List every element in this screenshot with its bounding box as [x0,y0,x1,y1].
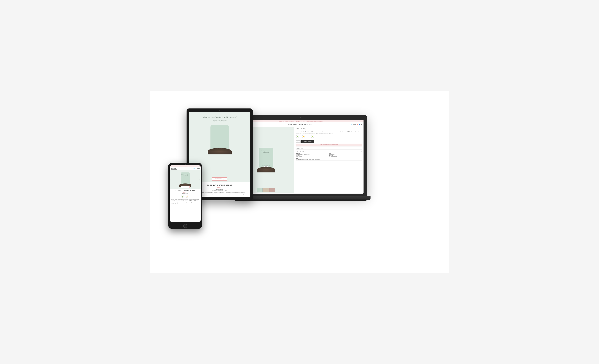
laptop-badge-vegan: 🌱 VEGAN & CRUELTY FREE [308,135,317,139]
laptop-nav: frank | body SHOP READ ABOUT HOTEL PINK … [238,122,363,127]
laptop-thumb-3[interactable] [269,188,275,192]
tablet-prev-arrow[interactable]: ‹ [191,146,192,149]
laptop-next-arrow[interactable]: › [293,159,293,161]
laptop-inside-me-chevron: ∨ [361,147,362,149]
phone-menu-icon[interactable]: ☰ [198,168,200,170]
laptop-smell-value: Coconut truffle [329,154,362,155]
phone-nav: frank | body 🔍 🛍 ☰ [170,167,201,170]
scene: "Glowing vacation skin is inside this ba… [150,91,449,273]
laptop-camera [300,117,301,118]
phone-nut-free-label: NUT FREE [181,198,184,199]
laptop-coffee-heap [257,167,275,173]
phone-prev-arrow[interactable]: ‹ [170,179,171,181]
laptop-how-to-use-content: Skin Type Normal & sensitive. You sweet … [296,152,362,160]
laptop-nav-read[interactable]: READ [293,124,297,125]
laptop-size-label: ×200 g [303,128,306,130]
laptop-bag-logo: frank | body [264,166,268,167]
laptop-location-icon[interactable]: 📍 [357,124,358,125]
laptop-base-bottom [234,199,367,201]
laptop-inside-me-label: INSIDE ME [296,148,303,149]
laptop-how-much-item: How much 1-2 handfuls per use [329,155,362,157]
laptop-product-price: $18.95 AUD ×200 g [296,128,362,130]
laptop-free-shipping-banner: FREE SHIPPING ON ORDERS OVER $35 [296,144,362,146]
laptop-banner: FREE SHIPPING ON ORDERS OVER $35 | AFTER… [238,120,363,122]
phone-firms-label: FIRMS & TONES [185,198,189,199]
phone-home-button[interactable] [183,224,187,228]
laptop-how-to-use-chevron: ∧ [361,150,362,152]
laptop-badge-firms: ✋ FIRMS & TONES [301,135,307,139]
laptop-how-to-use-label: HOW TO USE ME [296,151,307,152]
laptop-vegan-icon: 🌱 [311,135,314,138]
laptop-price-value: $18.95 AUD [296,128,302,130]
phone-nav-icons: 🔍 🛍 ☰ [194,168,200,170]
laptop-nav-links: SHOP READ ABOUT HOTEL PINK [288,124,312,125]
laptop-skin-type-item: Skin Type Normal & sensitive. You sweet … [296,153,329,155]
laptop-cart-icon[interactable]: 🛍 [361,124,362,125]
laptop-details-grid: Skin Type Normal & sensitive. You sweet … [296,153,362,157]
phone-firms-icon: ✋ [186,195,188,198]
laptop-account-icon[interactable]: 👤 [359,124,360,125]
phone-product-title: COCONUT COFFEE SCRUB [171,190,199,191]
laptop-accordion: INSIDE ME ∨ HOW TO USE ME ∧ [296,147,362,161]
laptop-body: FREE SHIPPING ON ORDERS OVER $35 | AFTER… [234,115,367,196]
phone-logo[interactable]: frank | body [171,168,177,170]
tablet-product-bag: frank | body [211,125,229,151]
phone-search-icon[interactable]: 🔍 [194,168,195,170]
phone-price: $18.95 AUD [171,193,199,194]
laptop-nav-shop[interactable]: SHOP [288,124,292,125]
laptop-qty-minus[interactable]: − [297,141,298,142]
laptop-thumb-1[interactable] [257,188,263,192]
laptop-region[interactable]: AU/NZ [353,124,356,125]
laptop-qty-value: 1 [298,141,298,142]
laptop-nut-free-icon: 🌿 [296,135,299,138]
laptop-firms-icon: ✋ [302,135,305,138]
laptop-afterpay: or 4 interest-free payments of $4.74 [296,130,362,130]
phone-device: FREE SHIPPING ON ORDERS OVER $35 | AFTER… [168,163,202,229]
laptop-thumb-2[interactable] [263,188,269,192]
laptop-nav-about[interactable]: ABOUT [298,124,303,125]
laptop-add-to-bag-button[interactable]: ADD TO BAG [301,140,315,143]
laptop-how-much-value: 1-2 handfuls per use [329,156,362,157]
tablet-watch-button[interactable]: WATCH ME ▶ [212,177,227,181]
laptop-qty-plus[interactable]: + [299,141,300,142]
laptop-nav-hotel-pink[interactable]: HOTEL PINK [304,124,312,125]
tablet-coffee-heap [208,148,232,155]
phone-stars: ★★★★★ [171,191,199,193]
laptop-smell-item: Smell Coconut truffle [329,153,362,155]
laptop-nut-free-label: NUT FREE [296,139,300,139]
phone-watch-button[interactable]: WATCH ME ▶ [181,186,189,188]
phone-badges: 🌿 NUT FREE ✋ FIRMS & TONES [171,195,199,199]
tablet-watch-label: WATCH ME [215,178,222,179]
laptop-vegan-label: VEGAN & CRUELTY FREE [308,139,317,139]
laptop-step1-title: Step 1 [296,158,362,159]
laptop-qty-row: − 1 + ADD TO BAG [296,140,362,143]
tablet-sub-title: COCONUT COFFEE SCRUB [213,120,227,121]
phone-screen: FREE SHIPPING ON ORDERS OVER $35 | AFTER… [170,165,201,222]
phone-next-arrow[interactable]: › [199,179,200,181]
laptop-bag-quote: "Glowing vacation skin is inside this ba… [260,150,272,153]
laptop-how-to-use-header[interactable]: HOW TO USE ME ∧ [296,150,362,152]
phone-cart-icon[interactable]: 🛍 [196,168,198,170]
laptop-accordion-inside-me: INSIDE ME ∨ [296,147,362,150]
laptop-step1-text: Get naked and get in the shower. You don… [296,159,362,160]
laptop-screen: FREE SHIPPING ON ORDERS OVER $35 | AFTER… [238,120,363,194]
laptop-accordion-how-to-use: HOW TO USE ME ∧ Skin Type Normal & sensi… [296,150,362,161]
tablet-camera [219,110,220,111]
tablet-product-quote: "Glowing vacation skin is inside this ba… [199,116,241,119]
laptop-badges: 🌿 NUT FREE ✋ FIRMS & TONES 🌱 VEGAN & CRU… [296,135,362,139]
phone-nut-free-icon: 🌿 [181,195,184,198]
tablet-play-icon: ▶ [223,178,224,180]
laptop-firms-label: FIRMS & TONES [301,139,307,139]
phone-banner: FREE SHIPPING ON ORDERS OVER $35 | AFTER… [170,165,201,167]
laptop-product-bag: "Glowing vacation skin is inside this ba… [259,148,273,168]
laptop-device: FREE SHIPPING ON ORDERS OVER $35 | AFTER… [234,115,367,203]
phone-description: Vacation-glowing skin? Right this way ba… [171,199,199,204]
laptop-skin-type-value: Normal & sensitive. You sweet thing. [296,154,329,155]
phone-play-icon: ▶ [187,186,188,187]
laptop-main-content: "Glowing vacation skin is inside this ba… [238,127,363,193]
tablet-sub-text: a whipped for smooth, glowing skin [213,121,226,122]
laptop-product-info: $18.95 AUD ×200 g or 4 interest-free pay… [294,127,363,193]
laptop-search-icon[interactable]: 🔍 [351,124,352,125]
laptop-inside-me-header[interactable]: INSIDE ME ∨ [296,147,362,149]
phone-badge-nut-free: 🌿 NUT FREE [181,195,184,199]
